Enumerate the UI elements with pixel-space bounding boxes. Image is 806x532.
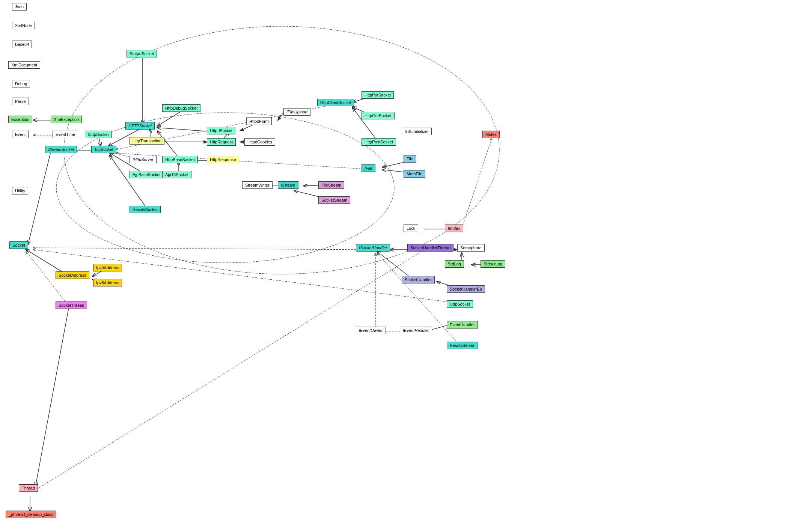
- node-httppostsocket: HttpPostSocket: [362, 138, 396, 146]
- node-httpbasesocket: HttpBaseSocket: [162, 156, 198, 163]
- node-ipv4address: Ipv4Address: [93, 264, 122, 271]
- node-ajpbasesocket: AjpBaseSocket: [130, 171, 164, 178]
- node-httptransaction: HttpTransaction: [130, 137, 164, 145]
- node-ihttpserver: IHttpServer: [130, 156, 157, 163]
- node-socketaddress: SocketAddress: [56, 271, 89, 279]
- node-httpdebugsocket: HttpDebugSocket: [162, 104, 200, 112]
- node-resolvsocket: ResolvSocket: [130, 206, 161, 213]
- node-httpdcookies: HttpdCookies: [244, 138, 275, 146]
- node-parse: Parse: [12, 98, 29, 105]
- node-ifile: IFile: [362, 164, 375, 172]
- node-sslinitializer: SSLInitializer: [402, 128, 432, 135]
- node-ifileupload: IFileUpload: [283, 108, 310, 116]
- node-httpdform: HttpdForm: [246, 118, 272, 125]
- node-smtpdsocket: SmtpdSocket: [127, 50, 157, 57]
- svg-line-39: [34, 250, 460, 303]
- node-filestream: FileStream: [318, 181, 344, 189]
- node-sockethandlerep: SocketHandlerEp: [447, 285, 485, 293]
- svg-line-6: [158, 131, 180, 160]
- node-sockethandlerthread: SocketHandlerThread: [407, 244, 453, 252]
- node-debug: Debug: [12, 80, 30, 87]
- node-httpgetsocket: HttpGetSocket: [362, 112, 395, 119]
- svg-line-14: [278, 113, 283, 120]
- node-socketstream: SocketStream: [318, 196, 350, 204]
- svg-line-5: [28, 152, 51, 244]
- svg-line-1: [158, 112, 180, 126]
- svg-line-32: [34, 248, 368, 250]
- node-sctpsocket: SctpSocket: [85, 131, 112, 138]
- node-istream: IStream: [278, 181, 298, 189]
- node-stdoutlog: StdoutLog: [481, 260, 505, 268]
- node-utility: Utility: [12, 187, 28, 194]
- node-stdlog: StdLog: [445, 260, 464, 268]
- svg-line-44: [36, 308, 69, 485]
- node-httpclientsocket: HttpClientSocket: [317, 99, 354, 106]
- node-exception: Exception: [8, 116, 32, 123]
- svg-line-3: [99, 137, 101, 146]
- node-thread: Thread: [19, 484, 38, 492]
- node-eventtime: EventTime: [53, 131, 78, 138]
- node-isockethandler: ISocketHandler: [356, 244, 390, 252]
- node-ipv6address: Ipv6Address: [93, 279, 122, 286]
- node-streamsocket: StreamSocket: [45, 146, 77, 153]
- node-socketthread: SocketThread: [56, 301, 87, 309]
- node-udpsocket: UdpSocket: [447, 300, 473, 308]
- node-base64: Base64: [12, 41, 32, 48]
- node-tcpsocket: TcpSocket: [91, 146, 116, 153]
- node-streamwriter: StreamWriter: [242, 181, 273, 189]
- node-file: File: [404, 155, 416, 163]
- node-semaphore: Semaphore: [457, 244, 485, 252]
- node-httpputsocket: HttpPutSocket: [362, 91, 394, 99]
- node-json: Json: [12, 3, 27, 11]
- node-socket: Socket: [9, 241, 28, 249]
- node-httpdsocket: HttpdSocket: [207, 127, 235, 134]
- node-httprequest: HttpRequest: [207, 138, 236, 146]
- node-ieventowner: IEventOwner: [356, 327, 386, 334]
- node-resolvserver: ResolvServer: [447, 342, 478, 349]
- node-lock: Lock: [404, 225, 418, 232]
- node-xmlnode: XmlNode: [12, 22, 35, 29]
- svg-line-19: [110, 156, 148, 209]
- node-sockethandler: SocketHandler: [402, 276, 435, 283]
- node--pthread-cleanup-class: _pthread_cleanup_class: [6, 511, 56, 518]
- node-memfile: MemFile: [404, 170, 425, 178]
- node-eventhandler: EventHandler: [447, 321, 478, 329]
- node-httpresponse: HttpResponse: [207, 156, 239, 163]
- svg-line-31: [462, 138, 492, 229]
- node-ieventhandler: IEventHandler: [400, 327, 432, 334]
- node-mutex: Mutex: [482, 131, 500, 138]
- node-httpsocket: HTTPSocket: [125, 122, 155, 130]
- node-xmlexception: XmlException: [51, 116, 82, 123]
- svg-point-54: [64, 26, 499, 274]
- node-event: Event: [12, 131, 29, 138]
- node-ajp13socket: Ajp13Socket: [162, 171, 191, 178]
- node-xmldocument: XmlDocument: [8, 61, 40, 69]
- node-imutex: IMutex: [445, 225, 463, 232]
